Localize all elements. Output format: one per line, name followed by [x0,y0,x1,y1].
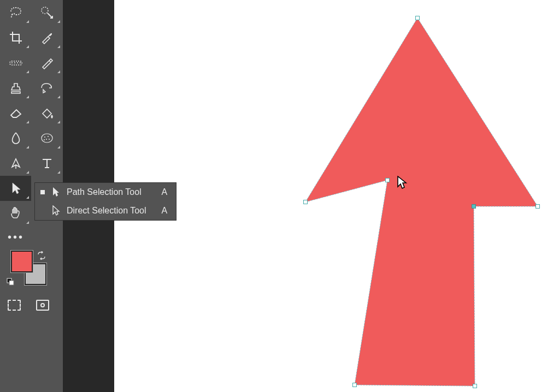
svg-point-6 [42,134,52,142]
svg-point-7 [44,136,45,138]
clone-stamp-tool[interactable] [0,75,31,100]
sponge-tool[interactable] [31,126,62,151]
lasso-icon [9,7,22,19]
blur-icon [10,132,21,145]
history-brush-tool[interactable] [31,75,62,100]
type-tool[interactable] [31,151,62,176]
anchor-point[interactable] [472,204,476,209]
anchor-point[interactable] [473,384,477,388]
swap-colors-icon[interactable] [37,251,46,260]
default-colors-icon[interactable] [7,278,14,286]
quick-selection-tool[interactable] [31,0,62,25]
flyout-item-shortcut: A [162,206,168,216]
direct-selection-icon [50,205,61,216]
active-indicator [40,190,45,194]
pen-icon [9,157,22,170]
quick-mask-icon[interactable] [36,300,49,311]
crop-tool[interactable] [0,25,31,50]
hand-tool[interactable] [0,201,31,226]
cursor-icon [396,176,408,190]
hand-icon [9,207,22,220]
svg-point-2 [11,62,13,63]
standard-mode-icon[interactable] [8,300,21,311]
anchor-point[interactable] [415,16,420,20]
paint-bucket-icon [40,107,54,119]
anchor-point[interactable] [385,178,390,182]
sponge-icon [40,132,54,144]
flyout-item-path-selection[interactable]: Path Selection ToolA [35,183,176,201]
blur-tool[interactable] [0,126,31,151]
anchor-point[interactable] [352,383,357,387]
quick-selection-icon [40,6,54,19]
paint-bucket-tool[interactable] [31,100,62,126]
type-icon [41,157,53,169]
svg-point-4 [17,62,18,63]
eyedropper-icon [40,31,54,44]
svg-point-0 [42,7,48,14]
flyout-item-label: Path Selection Tool [67,187,156,197]
crop-icon [9,31,22,44]
eyedropper-tool[interactable] [31,25,62,50]
path-selection-tool[interactable] [0,176,31,201]
svg-rect-13 [9,281,14,285]
color-swatches [0,248,63,292]
svg-point-8 [48,136,49,137]
tool-flyout-menu: Path Selection ToolADirect Selection Too… [34,182,176,221]
svg-point-3 [14,62,15,63]
pencil-icon [40,56,54,69]
healing-icon [9,58,23,68]
foreground-color-swatch[interactable] [11,251,33,272]
mask-mode-row [0,292,63,319]
anchor-point[interactable] [303,200,308,204]
lasso-tool[interactable] [0,0,31,25]
anchor-point[interactable] [536,204,540,209]
path-selection-icon [10,182,21,195]
stamp-icon [9,81,22,94]
flyout-item-label: Direct Selection Tool [67,206,156,216]
canvas[interactable] [114,0,559,392]
more-tools-label: ••• [8,231,24,243]
flyout-item-shortcut: A [162,187,168,197]
path-selection-icon [50,187,61,198]
svg-point-11 [44,139,45,140]
flyout-item-direct-selection[interactable]: Direct Selection ToolA [35,201,176,220]
svg-point-5 [20,62,21,63]
more-tools-button[interactable]: ••• [0,226,63,248]
eraser-tool[interactable] [0,100,31,126]
history-brush-icon [40,82,54,94]
svg-point-10 [49,139,50,140]
pencil-tool[interactable] [31,50,62,75]
eraser-icon [9,108,23,118]
svg-marker-14 [305,18,538,386]
svg-point-9 [46,139,47,140]
pen-tool[interactable] [0,151,31,176]
healing-brush-tool[interactable] [0,50,31,75]
